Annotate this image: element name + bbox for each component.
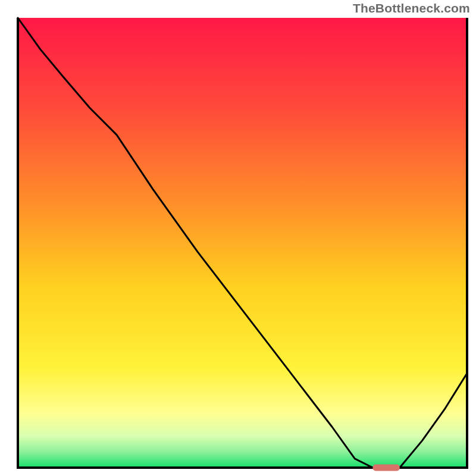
optimal-range-marker: [372, 465, 399, 471]
plot-background: [18, 18, 467, 468]
chart-stage: TheBottleneck.com: [0, 0, 476, 476]
bottleneck-chart: [0, 0, 476, 476]
